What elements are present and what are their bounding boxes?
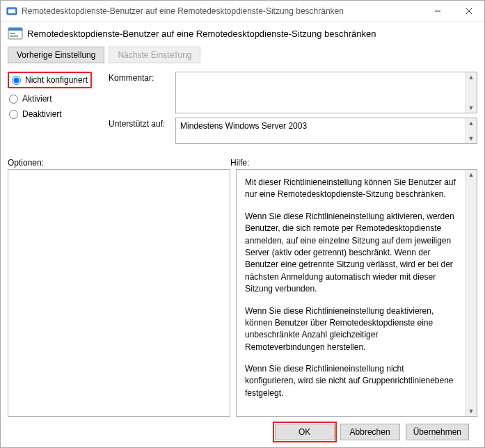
options-content — [8, 170, 230, 416]
comment-value — [176, 72, 465, 113]
radio-enabled-label: Aktiviert — [22, 94, 52, 104]
radio-not-configured-input[interactable] — [12, 76, 21, 85]
next-setting-button: Nächste Einstellung — [109, 47, 200, 63]
svg-rect-7 — [8, 28, 22, 31]
policy-large-icon — [8, 26, 23, 41]
window-title: Remotedesktopdienste-Benutzer auf eine R… — [22, 6, 422, 16]
svg-rect-8 — [10, 33, 15, 34]
comment-textarea[interactable]: ▲ ▼ — [175, 72, 477, 113]
radio-disabled[interactable]: Deaktiviert — [8, 106, 102, 122]
radio-not-configured[interactable]: Nicht konfiguriert — [12, 75, 88, 85]
panes-row: Mit dieser Richtlinieneinstellung können… — [8, 169, 477, 417]
dialog-window: Remotedesktopdienste-Benutzer auf eine R… — [0, 0, 485, 448]
close-button[interactable] — [453, 1, 484, 21]
scroll-down-icon: ▼ — [468, 103, 475, 113]
nav-buttons: Vorherige Einstellung Nächste Einstellun… — [8, 47, 477, 63]
dialog-footer: OK Abbrechen Übernehmen — [8, 417, 477, 447]
radio-enabled-input[interactable] — [9, 95, 18, 104]
options-label: Optionen: — [8, 158, 230, 168]
supported-value: Mindestens Windows Server 2003 — [176, 118, 465, 143]
pane-labels: Optionen: Hilfe: — [8, 158, 477, 168]
scroll-up-icon: ▲ — [468, 72, 475, 82]
radio-not-configured-label: Nicht konfiguriert — [25, 75, 88, 85]
config-row: Nicht konfiguriert Aktiviert Deaktiviert… — [8, 72, 477, 148]
radio-disabled-label: Deaktiviert — [22, 109, 62, 119]
prev-setting-button[interactable]: Vorherige Einstellung — [8, 47, 104, 63]
supported-box: Mindestens Windows Server 2003 ▲ ▼ — [175, 118, 477, 144]
help-p2: Wenn Sie diese Richtlinieneinstellung ak… — [245, 211, 456, 296]
state-radio-group: Nicht konfiguriert Aktiviert Deaktiviert — [8, 72, 102, 122]
content-area: Remotedesktopdienste-Benutzer auf eine R… — [1, 22, 484, 447]
scroll-up-icon: ▲ — [468, 118, 475, 128]
policy-icon — [6, 6, 17, 17]
options-pane — [8, 169, 230, 417]
minimize-button[interactable] — [422, 1, 453, 21]
scroll-down-icon: ▼ — [468, 134, 475, 143]
help-p1: Mit dieser Richtlinieneinstellung können… — [245, 177, 456, 201]
page-title: Remotedesktopdienste-Benutzer auf eine R… — [27, 29, 376, 39]
help-p4: Wenn Sie diese Richtlinieneinstellung ni… — [245, 363, 456, 399]
scroll-down-icon: ▼ — [468, 406, 475, 416]
svg-rect-9 — [10, 35, 18, 37]
help-content: Mit dieser Richtlinieneinstellung können… — [237, 170, 465, 416]
heading-row: Remotedesktopdienste-Benutzer auf eine R… — [8, 26, 477, 41]
comment-label: Kommentar: — [109, 72, 175, 83]
svg-rect-2 — [8, 9, 15, 10]
scroll-up-icon: ▲ — [468, 170, 475, 179]
supported-row: Unterstützt auf: Mindestens Windows Serv… — [109, 118, 477, 144]
cancel-button[interactable]: Abbrechen — [340, 424, 400, 440]
comment-row: Kommentar: ▲ ▼ — [109, 72, 477, 113]
radio-enabled[interactable]: Aktiviert — [8, 91, 102, 106]
help-label: Hilfe: — [230, 158, 477, 168]
supported-scrollbar[interactable]: ▲ ▼ — [465, 118, 477, 143]
apply-button[interactable]: Übernehmen — [406, 424, 469, 440]
radio-disabled-input[interactable] — [9, 110, 18, 119]
comment-scrollbar[interactable]: ▲ ▼ — [465, 72, 477, 113]
highlight-not-configured: Nicht konfiguriert — [8, 72, 92, 88]
ok-button[interactable]: OK — [275, 424, 335, 440]
help-scrollbar[interactable]: ▲ ▼ — [465, 170, 477, 416]
titlebar: Remotedesktopdienste-Benutzer auf eine R… — [1, 1, 484, 22]
help-p3: Wenn Sie diese Richtlinieneinstellung de… — [245, 305, 456, 354]
help-pane: Mit dieser Richtlinieneinstellung können… — [236, 169, 477, 417]
supported-label: Unterstützt auf: — [109, 118, 175, 129]
fields-column: Kommentar: ▲ ▼ Unterstützt auf: Mindeste… — [109, 72, 477, 148]
